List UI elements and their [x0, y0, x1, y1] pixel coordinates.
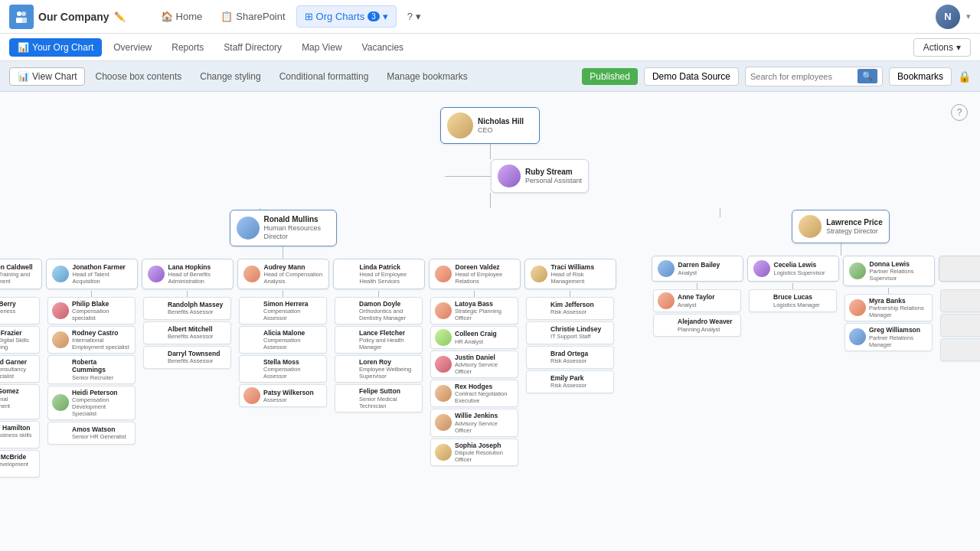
donna-avatar	[849, 262, 866, 279]
orgcharts-icon: ⊞	[305, 11, 313, 22]
staff-gabriel[interactable]: Gabriel FrazierHead of Digital Skills an…	[0, 326, 40, 354]
jonathon-avatar	[52, 266, 69, 282]
staff-bruce[interactable]: Bruce LucasLogistics Manager	[749, 289, 837, 312]
user-avatar[interactable]: N	[936, 5, 960, 29]
dept-donna-header[interactable]: Donna Lewis Partner Relations Supervisor	[843, 256, 935, 286]
traci-avatar	[531, 266, 547, 282]
staff-simon[interactable]: Simon HerreraCompensation Assessor	[239, 297, 327, 324]
staff-stella[interactable]: Stella MossCompensation Assessor	[239, 355, 327, 383]
staff-greg[interactable]: Greg WilliamsonPartner Relations Manager	[844, 323, 933, 350]
hr-director-node[interactable]: Ronald Mullins Human Resources Director	[230, 210, 337, 246]
staff-dallas[interactable]: Dallas GomezProfessional Development spe…	[0, 384, 40, 419]
staff-myra[interactable]: Myra BanksPartnership Relations Manager	[844, 294, 933, 321]
staff-roberta[interactable]: Roberta CummingsSenior Recruiter	[47, 355, 136, 383]
staff-christie[interactable]: Christie LindseyIT Support Staff	[526, 321, 614, 344]
staff-damon[interactable]: Damon DoyleOrthodontics and Dentistry Ma…	[335, 297, 423, 324]
ceo-connector-v	[490, 144, 491, 159]
nav-home[interactable]: 🏠 Home	[153, 6, 211, 27]
view-chart-btn[interactable]: 📊 View Chart	[9, 67, 85, 86]
strategy-director-node[interactable]: Lawrence Price Strategy Director	[792, 210, 889, 243]
dept-cecelia-header[interactable]: Cecelia Lewis Logistics Supervisor	[747, 256, 839, 282]
staff-alejandro[interactable]: Alejandro WeaverPlanning Analyst	[653, 314, 741, 337]
staff-loren[interactable]: Loren RoyEmployee Wellbeing Supervisor	[335, 355, 423, 383]
search-submit-btn[interactable]: 🔍	[858, 69, 877, 83]
choose-box-btn[interactable]: Choose box contents	[87, 67, 190, 86]
actions-button[interactable]: Actions ▾	[913, 38, 971, 57]
staff-partial-1[interactable]	[940, 289, 980, 312]
company-logo[interactable]: Our Company ✏️	[9, 5, 126, 29]
staff-philip[interactable]: Philip BlakeCompensation specialist	[47, 297, 136, 324]
staff-albert[interactable]: Albert MitchellBenefits Assessor	[143, 321, 231, 344]
dept-jonathon-header[interactable]: Jonathon Farmer Head of Talent Acquisiti…	[46, 259, 138, 289]
audrey-info: Audrey Mann Head of Compensation Analysi…	[264, 263, 323, 285]
staff-partial-2[interactable]	[940, 314, 980, 337]
staff-justin[interactable]: Justin DanielAdvisory Service Officer	[430, 350, 518, 378]
dept-darren: Darren Bailey Analyst Anne TaylorAnalyst…	[652, 256, 743, 337]
manage-bookmarks-btn[interactable]: Manage bookmarks	[378, 67, 475, 86]
strategy-director-info: Lawrence Price Strategy Director	[826, 218, 882, 236]
search-box[interactable]: 🔍	[745, 67, 883, 86]
bookmarks-btn[interactable]: Bookmarks	[889, 67, 952, 86]
tab-map-view[interactable]: Map View	[293, 38, 350, 57]
dept-shannon-header[interactable]: Shannon Caldwell Head of Training and De…	[0, 259, 42, 289]
staff-colleen[interactable]: Colleen CraigHR Analyst	[430, 326, 518, 349]
staff-rodney[interactable]: Rodney CastroInternational Employment sp…	[47, 326, 136, 354]
staff-heidi[interactable]: Heidi PetersonCompensation Development S…	[47, 386, 136, 420]
staff-willie[interactable]: Willie JenkinsAdvisory Service Officer	[430, 409, 518, 436]
staff-bradford[interactable]: Bradford GarnerSenior Consultancy skills…	[0, 355, 40, 383]
staff-alicia[interactable]: Alicia MaloneCompensation Assessor	[239, 326, 327, 354]
tab-vacancies[interactable]: Vacancies	[354, 38, 412, 57]
staff-darryl[interactable]: Darryl TownsendBenefits Assessor	[143, 346, 231, 369]
search-input[interactable]	[750, 72, 858, 81]
ceo-node[interactable]: Nicholas Hill CEO	[440, 107, 540, 144]
company-name: Our Company	[38, 11, 109, 23]
tab-staff-directory[interactable]: Staff Directory	[215, 38, 290, 57]
dept-partial-header[interactable]	[939, 256, 981, 282]
staff-amos[interactable]: Amos WatsonSenior HR Generalist	[47, 422, 136, 445]
help-icon[interactable]: ?	[951, 104, 968, 121]
dept-linda-header[interactable]: Linda Patrick Head of Employee Health Se…	[333, 259, 425, 289]
nav-question[interactable]: ? ▾	[400, 6, 429, 27]
staff-randolph[interactable]: Randolph MasseyBenefits Assessor	[143, 297, 231, 320]
dept-traci-header[interactable]: Traci Williams Head of Risk Management	[524, 259, 616, 289]
dept-audrey-header[interactable]: Audrey Mann Head of Compensation Analysi…	[237, 259, 329, 289]
staff-timmy[interactable]: Timmy BerrySelf awareness specialist	[0, 297, 40, 324]
dept-audrey: Audrey Mann Head of Compensation Analysi…	[237, 259, 329, 408]
dept-doreen-header[interactable]: Doreen Valdez Head of Employee Relations	[429, 259, 521, 289]
tab-your-org-chart[interactable]: 📊 Your Org Chart	[9, 38, 102, 57]
staff-andrea[interactable]: Andrea McBrideCareer development coach	[0, 450, 40, 478]
staff-emily[interactable]: Emily ParkRisk Assessor	[526, 370, 614, 393]
staff-latoya[interactable]: Latoya BassStrategic Planning Officer	[430, 297, 518, 324]
edit-company-icon[interactable]: ✏️	[114, 11, 126, 22]
staff-kim[interactable]: Kim JeffersonRisk Assessor	[526, 297, 614, 320]
tab-overview[interactable]: Overview	[105, 38, 160, 57]
assistant-name: Ruby Stream	[525, 168, 582, 177]
staff-mitchell[interactable]: Mitchell HamiltonSenior Business skills …	[0, 421, 40, 448]
org-chart-canvas[interactable]: Nicholas Hill CEO	[0, 92, 980, 551]
doreen-avatar	[435, 266, 452, 282]
assistant-node[interactable]: Ruby Stream Personal Assistant	[491, 159, 589, 193]
staff-sophia[interactable]: Sophia JosephDispute Resolution Officer	[430, 439, 518, 466]
nav-orgcharts[interactable]: ⊞ Org Charts 3 ▾	[296, 5, 397, 28]
demo-data-source-btn[interactable]: Demo Data Source	[644, 67, 739, 86]
dept-lana-header[interactable]: Lana Hopkins Head of Benefits Administra…	[142, 259, 234, 289]
staff-partial-3[interactable]	[940, 338, 980, 361]
staff-brad[interactable]: Brad OrtegaRisk Assessor	[526, 346, 614, 369]
change-styling-btn[interactable]: Change styling	[191, 67, 269, 86]
avatar-chevron-icon[interactable]: ▾	[966, 11, 971, 21]
staff-lance[interactable]: Lance FletcherPolicy and Health Manager	[335, 326, 423, 354]
staff-anne[interactable]: Anne TaylorAnalyst	[653, 289, 741, 312]
staff-patsy[interactable]: Patsy WilkersonAssessor	[239, 384, 327, 407]
assistant-row: Ruby Stream Personal Assistant	[391, 159, 589, 193]
strategy-director-title: Strategy Director	[826, 227, 882, 236]
dept-darren-header[interactable]: Darren Bailey Analyst	[652, 256, 743, 282]
published-btn[interactable]: Published	[582, 68, 638, 85]
staff-felipe[interactable]: Felipe SuttonSenior Medical Technician	[335, 384, 423, 412]
conditional-formatting-btn[interactable]: Conditional formatting	[271, 67, 377, 86]
strategy-director-name: Lawrence Price	[826, 218, 882, 227]
cecelia-staff: Bruce LucasLogistics Manager	[749, 289, 837, 312]
staff-rex[interactable]: Rex HodgesContract Negotiation Executive	[430, 380, 518, 407]
tab-reports[interactable]: Reports	[163, 38, 212, 57]
nav-sharepoint[interactable]: 📋 SharePoint	[213, 6, 292, 27]
jonathon-info: Jonathon Farmer Head of Talent Acquisiti…	[73, 263, 132, 285]
